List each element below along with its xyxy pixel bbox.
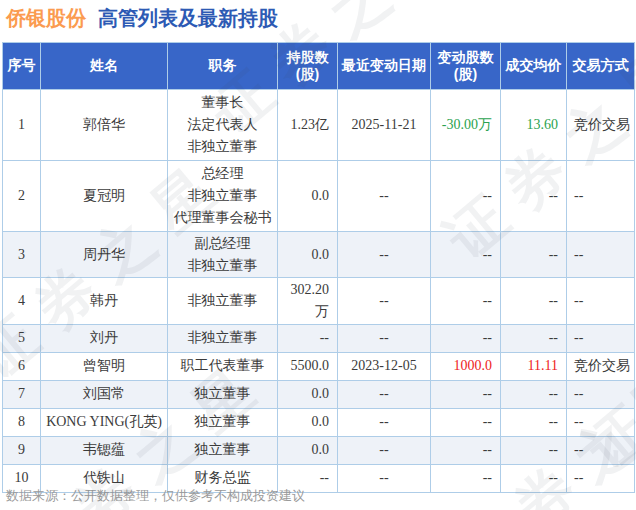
- cell-position: 董事长 法定代表人 非独立董事: [168, 90, 278, 161]
- cell-change-shares: --: [431, 408, 501, 436]
- table-row: 3 周丹华 副总经理 非独立董事 0.0 -- -- -- --: [3, 232, 635, 278]
- data-source-note: 数据来源：公开数据整理，仅供参考不构成投资建议: [6, 487, 305, 505]
- cell-serial: 2: [3, 161, 41, 232]
- cell-serial: 7: [3, 380, 41, 408]
- cell-shares: 302.20万: [278, 278, 338, 324]
- col-header-name: 姓名: [41, 43, 168, 90]
- cell-shares: 1.23亿: [278, 90, 338, 161]
- cell-change-date: --: [338, 161, 431, 232]
- cell-change-shares: --: [431, 436, 501, 464]
- cell-change-shares: --: [431, 324, 501, 352]
- cell-shares: --: [278, 324, 338, 352]
- cell-serial: 9: [3, 436, 41, 464]
- cell-avg-price: --: [501, 380, 567, 408]
- cell-position: 独立董事: [168, 436, 278, 464]
- cell-avg-price: --: [501, 232, 567, 278]
- cell-position: 独立董事: [168, 408, 278, 436]
- cell-shares: 5500.0: [278, 352, 338, 380]
- cell-position: 非独立董事: [168, 278, 278, 324]
- cell-avg-price: --: [501, 324, 567, 352]
- cell-change-shares: --: [431, 278, 501, 324]
- cell-position: 非独立董事: [168, 324, 278, 352]
- cell-name: 夏冠明: [41, 161, 168, 232]
- cell-change-date: 2025-11-21: [338, 90, 431, 161]
- cell-avg-price: 13.60: [501, 90, 567, 161]
- col-header-position: 职务: [168, 43, 278, 90]
- col-header-shares: 持股数 (股): [278, 43, 338, 90]
- cell-change-date: 2023-12-05: [338, 352, 431, 380]
- cell-change-shares: --: [431, 464, 501, 492]
- cell-name: KONG YING(孔英): [41, 408, 168, 436]
- cell-serial: 1: [3, 90, 41, 161]
- cell-name: 周丹华: [41, 232, 168, 278]
- cell-change-shares: 1000.0: [431, 352, 501, 380]
- cell-position: 职工代表董事: [168, 352, 278, 380]
- cell-avg-price: 11.11: [501, 352, 567, 380]
- cell-change-date: --: [338, 408, 431, 436]
- cell-serial: 6: [3, 352, 41, 380]
- cell-trade-method: --: [567, 161, 635, 232]
- page-subtitle: 高管列表及最新持股: [98, 7, 278, 29]
- col-header-avg-price: 成交均价: [501, 43, 567, 90]
- cell-serial: 4: [3, 278, 41, 324]
- cell-change-date: --: [338, 278, 431, 324]
- executive-holdings-table: 序号 姓名 职务 持股数 (股) 最近变动日期 变动股数 (股) 成交均价 交易…: [2, 42, 635, 493]
- cell-name: 刘丹: [41, 324, 168, 352]
- cell-name: 韩丹: [41, 278, 168, 324]
- col-header-serial: 序号: [3, 43, 41, 90]
- cell-name: 刘国常: [41, 380, 168, 408]
- cell-serial: 5: [3, 324, 41, 352]
- cell-change-date: --: [338, 380, 431, 408]
- cell-position: 独立董事: [168, 380, 278, 408]
- table-row: 2 夏冠明 总经理 非独立董事 代理董事会秘书 0.0 -- -- -- --: [3, 161, 635, 232]
- cell-trade-method: --: [567, 436, 635, 464]
- cell-change-shares: --: [431, 232, 501, 278]
- cell-shares: 0.0: [278, 436, 338, 464]
- cell-change-date: --: [338, 436, 431, 464]
- cell-name: 韦锶蕴: [41, 436, 168, 464]
- cell-avg-price: --: [501, 464, 567, 492]
- holdings-table-body: 1 郭倍华 董事长 法定代表人 非独立董事 1.23亿 2025-11-21 -…: [3, 90, 635, 493]
- cell-trade-method: 竞价交易: [567, 352, 635, 380]
- cell-trade-method: --: [567, 232, 635, 278]
- table-row: 5 刘丹 非独立董事 -- -- -- -- --: [3, 324, 635, 352]
- cell-serial: 8: [3, 408, 41, 436]
- table-row: 4 韩丹 非独立董事 302.20万 -- -- -- --: [3, 278, 635, 324]
- cell-change-date: --: [338, 464, 431, 492]
- table-row: 1 郭倍华 董事长 法定代表人 非独立董事 1.23亿 2025-11-21 -…: [3, 90, 635, 161]
- col-header-trade-method: 交易方式: [567, 43, 635, 90]
- col-header-change-shares: 变动股数 (股): [431, 43, 501, 90]
- cell-trade-method: --: [567, 380, 635, 408]
- cell-trade-method: --: [567, 324, 635, 352]
- cell-trade-method: 竞价交易: [567, 90, 635, 161]
- cell-avg-price: --: [501, 436, 567, 464]
- cell-trade-method: --: [567, 278, 635, 324]
- cell-shares: 0.0: [278, 232, 338, 278]
- cell-shares: 0.0: [278, 380, 338, 408]
- cell-serial: 3: [3, 232, 41, 278]
- cell-change-date: --: [338, 324, 431, 352]
- cell-position: 副总经理 非独立董事: [168, 232, 278, 278]
- cell-avg-price: --: [501, 408, 567, 436]
- table-row: 6 曾智明 职工代表董事 5500.0 2023-12-05 1000.0 11…: [3, 352, 635, 380]
- cell-change-shares: -30.00万: [431, 90, 501, 161]
- cell-avg-price: --: [501, 161, 567, 232]
- cell-change-shares: --: [431, 161, 501, 232]
- cell-name: 郭倍华: [41, 90, 168, 161]
- cell-shares: 0.0: [278, 408, 338, 436]
- table-row: 8 KONG YING(孔英) 独立董事 0.0 -- -- -- --: [3, 408, 635, 436]
- cell-position: 总经理 非独立董事 代理董事会秘书: [168, 161, 278, 232]
- col-header-change-date: 最近变动日期: [338, 43, 431, 90]
- cell-change-shares: --: [431, 380, 501, 408]
- page-title: 侨银股份高管列表及最新持股: [6, 5, 278, 32]
- table-row: 7 刘国常 独立董事 0.0 -- -- -- --: [3, 380, 635, 408]
- cell-avg-price: --: [501, 278, 567, 324]
- cell-trade-method: --: [567, 408, 635, 436]
- cell-trade-method: --: [567, 464, 635, 492]
- cell-change-date: --: [338, 232, 431, 278]
- table-header-row: 序号 姓名 职务 持股数 (股) 最近变动日期 变动股数 (股) 成交均价 交易…: [3, 43, 635, 90]
- table-row: 9 韦锶蕴 独立董事 0.0 -- -- -- --: [3, 436, 635, 464]
- cell-name: 曾智明: [41, 352, 168, 380]
- cell-shares: 0.0: [278, 161, 338, 232]
- stock-name: 侨银股份: [6, 7, 86, 29]
